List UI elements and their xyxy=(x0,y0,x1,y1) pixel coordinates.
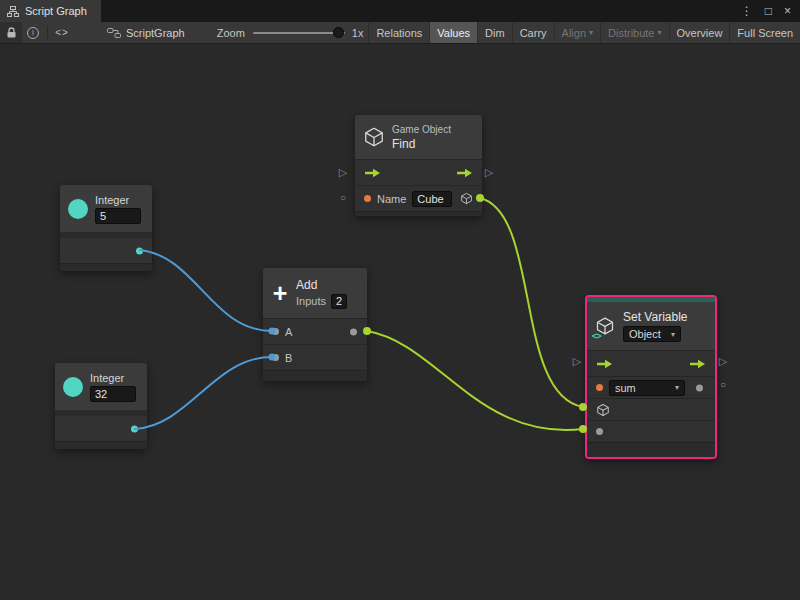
variable-angle-brackets-icon: <> xyxy=(592,331,601,341)
integer-a-header: Integer 5 xyxy=(60,185,152,232)
align-label: Align xyxy=(562,27,586,39)
find-flow-out-port-marker[interactable]: ▷ xyxy=(485,167,493,178)
node-footer xyxy=(355,211,482,216)
values-button[interactable]: Values xyxy=(429,22,477,43)
variable-name-port[interactable] xyxy=(596,384,603,391)
object-input-row xyxy=(587,398,715,420)
zoom-label: Zoom xyxy=(217,27,245,39)
find-flow-in-port-marker[interactable]: ▷ xyxy=(339,167,347,178)
node-footer xyxy=(55,441,147,449)
find-name-port[interactable] xyxy=(364,195,371,202)
integer-output-port[interactable] xyxy=(131,425,138,432)
add-icon: + xyxy=(271,283,289,303)
dim-button[interactable]: Dim xyxy=(477,22,512,43)
node-category: Game Object xyxy=(392,124,451,135)
graph-canvas[interactable]: Integer 5 Integer 32 + Add xyxy=(0,44,800,600)
node-integer-a[interactable]: Integer 5 xyxy=(60,185,152,271)
values-label: Values xyxy=(437,27,470,39)
node-set-variable[interactable]: <> Set Variable Object ▾ sum ▾ xyxy=(585,295,717,459)
graph-breadcrumb[interactable]: ScriptGraph xyxy=(107,27,185,39)
integer-icon xyxy=(68,199,88,219)
lock-icon xyxy=(6,27,17,39)
node-footer xyxy=(60,263,152,271)
wire-add-to-set-variable-value[interactable] xyxy=(367,331,583,430)
fullscreen-button[interactable]: Full Screen xyxy=(729,22,800,43)
set-variable-header: <> Set Variable Object ▾ xyxy=(587,302,715,350)
relations-label: Relations xyxy=(376,27,422,39)
variable-name-value: sum xyxy=(615,382,636,394)
info-icon: i xyxy=(27,27,39,39)
inspect-button[interactable]: i xyxy=(22,22,44,43)
find-name-input[interactable]: Cube xyxy=(412,191,452,207)
find-flow-row xyxy=(355,159,482,185)
wire-integer-5-to-add-a[interactable] xyxy=(140,250,272,331)
script-graph-icon xyxy=(107,28,121,38)
flow-out-arrow-icon[interactable] xyxy=(456,168,473,178)
port-b-label: B xyxy=(285,352,292,364)
toolbar: i <> ScriptGraph Zoom 1x Relations Value… xyxy=(0,22,800,44)
add-input-a-port[interactable] xyxy=(272,328,279,335)
integer-icon xyxy=(63,377,83,397)
wire-integer-32-to-add-b[interactable] xyxy=(135,357,272,429)
integer-value-input[interactable]: 5 xyxy=(95,208,141,224)
graph-name-label: ScriptGraph xyxy=(126,27,185,39)
value-input-port[interactable] xyxy=(596,428,603,435)
maximize-icon[interactable]: □ xyxy=(765,5,772,17)
integer-value-input[interactable]: 32 xyxy=(90,386,136,402)
flow-in-arrow-icon[interactable] xyxy=(364,168,381,178)
node-footer xyxy=(587,442,715,457)
relations-button[interactable]: Relations xyxy=(368,22,429,43)
node-add[interactable]: + Add Inputs 2 A B xyxy=(263,268,367,381)
integer-output-port[interactable] xyxy=(136,247,143,254)
add-output-port[interactable] xyxy=(350,328,357,335)
variable-output-port[interactable] xyxy=(696,384,703,391)
overview-button[interactable]: Overview xyxy=(669,22,730,43)
toolbar-button-group: Relations Values Dim Carry Align▾ Distri… xyxy=(368,22,800,43)
set-variable-output-port-marker[interactable]: ○ xyxy=(720,380,726,390)
flow-out-arrow-icon[interactable] xyxy=(689,359,706,369)
find-name-port-marker[interactable]: ○ xyxy=(340,193,346,203)
carry-button[interactable]: Carry xyxy=(512,22,554,43)
zoom-slider-track xyxy=(253,32,345,34)
integer-a-output-row xyxy=(60,238,152,263)
game-object-output-icon[interactable] xyxy=(460,192,473,205)
tab-label: Script Graph xyxy=(25,5,87,17)
kebab-menu-icon[interactable]: ⋮ xyxy=(741,5,753,17)
close-icon[interactable]: × xyxy=(784,5,791,17)
distribute-label: Distribute xyxy=(608,27,654,39)
node-find[interactable]: Game Object Find Name Cube xyxy=(355,115,482,216)
object-input-cube-icon[interactable] xyxy=(596,403,610,417)
wire-find-to-set-variable-object[interactable] xyxy=(480,198,583,407)
node-title: Set Variable xyxy=(623,310,687,324)
name-label: Name xyxy=(377,193,406,205)
toolbar-separator xyxy=(47,26,48,40)
integer-b-output-row xyxy=(55,416,147,441)
variable-kind-dropdown[interactable]: Object ▾ xyxy=(623,326,681,342)
set-variable-flow-in-port-marker[interactable]: ▷ xyxy=(573,356,581,367)
add-row-b: B xyxy=(263,344,367,370)
add-row-a: A xyxy=(263,318,367,344)
set-variable-flow-row xyxy=(587,350,715,376)
node-title: Add xyxy=(296,278,347,292)
game-object-cube-icon xyxy=(363,126,385,148)
caret-down-icon: ▾ xyxy=(589,28,593,37)
code-view-button[interactable]: <> xyxy=(51,22,73,43)
add-input-b-port[interactable] xyxy=(272,354,279,361)
inputs-count-field[interactable]: 2 xyxy=(331,294,347,309)
align-button[interactable]: Align▾ xyxy=(554,22,600,43)
variable-kind-value: Object xyxy=(629,328,661,340)
tab-script-graph[interactable]: Script Graph xyxy=(0,0,101,22)
graph-icon xyxy=(7,6,19,17)
fullscreen-label: Full Screen xyxy=(737,27,793,39)
zoom-slider[interactable] xyxy=(253,22,345,44)
zoom-slider-handle[interactable] xyxy=(333,27,344,38)
flow-in-arrow-icon[interactable] xyxy=(596,359,613,369)
variable-name-dropdown[interactable]: sum ▾ xyxy=(609,380,685,396)
set-variable-flow-out-port-marker[interactable]: ▷ xyxy=(719,356,727,367)
titlebar-spacer xyxy=(101,0,741,22)
distribute-button[interactable]: Distribute▾ xyxy=(600,22,668,43)
node-title: Integer xyxy=(90,372,136,384)
node-integer-b[interactable]: Integer 32 xyxy=(55,363,147,449)
lock-button[interactable] xyxy=(0,22,22,43)
value-input-row xyxy=(587,420,715,442)
